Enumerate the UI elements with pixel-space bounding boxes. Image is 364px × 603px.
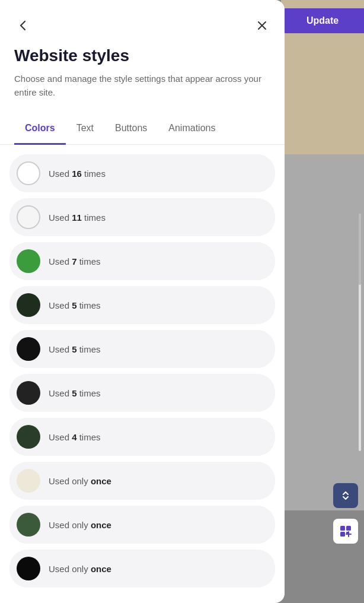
color-list-item[interactable]: Used 5 times: [9, 330, 275, 368]
close-icon: [256, 20, 268, 31]
color-swatch: [17, 513, 40, 537]
chevron-icon: [340, 490, 352, 502]
scrollbar-thumb: [359, 214, 361, 285]
svg-rect-2: [340, 532, 345, 537]
grid-plus-icon: [339, 525, 352, 538]
color-list-item[interactable]: Used only once: [9, 506, 275, 544]
color-list-item[interactable]: Used only once: [9, 550, 275, 588]
tab-buttons[interactable]: Buttons: [104, 113, 158, 145]
color-list-item[interactable]: Used 7 times: [9, 242, 275, 280]
color-swatch: [17, 337, 40, 361]
color-list-item[interactable]: Used 4 times: [9, 418, 275, 456]
panel-title: Website styles: [14, 46, 270, 65]
color-usage-label: Used 4 times: [49, 432, 101, 442]
panel-nav: [14, 17, 270, 34]
panel-description: Choose and manage the style settings tha…: [14, 72, 270, 99]
panel-header: Website styles Choose and manage the sty…: [0, 0, 285, 113]
color-swatch: [17, 293, 40, 317]
color-swatch: [17, 205, 40, 229]
back-arrow-icon: [17, 19, 30, 32]
svg-rect-0: [340, 526, 345, 531]
website-styles-panel: Website styles Choose and manage the sty…: [0, 0, 285, 603]
site-preview-mid: [281, 154, 364, 510]
color-list-item[interactable]: Used 16 times: [9, 154, 275, 192]
tab-colors[interactable]: Colors: [14, 113, 66, 145]
back-button[interactable]: [14, 17, 32, 34]
color-swatch: [17, 249, 40, 273]
color-list-item[interactable]: Used 5 times: [9, 286, 275, 324]
color-swatch: [17, 557, 40, 580]
color-usage-label: Used only once: [49, 564, 111, 574]
color-list-item[interactable]: Used only once: [9, 462, 275, 500]
color-swatch: [17, 161, 40, 185]
color-usage-label: Used 11 times: [49, 212, 106, 223]
color-list-item[interactable]: Used 5 times: [9, 374, 275, 412]
color-usage-label: Used 5 times: [49, 388, 101, 398]
svg-rect-1: [346, 526, 351, 531]
color-swatch: [17, 469, 40, 493]
color-usage-label: Used 5 times: [49, 300, 101, 310]
color-swatch: [17, 425, 40, 449]
color-list-item[interactable]: Used 11 times: [9, 198, 275, 236]
update-button[interactable]: Update: [281, 8, 364, 33]
scrollbar-track[interactable]: [359, 214, 361, 451]
color-usage-label: Used 7 times: [49, 256, 101, 266]
color-list: Used 16 timesUsed 11 timesUsed 7 timesUs…: [0, 145, 285, 603]
expand-icon[interactable]: [333, 483, 358, 508]
color-usage-label: Used only once: [49, 476, 111, 486]
update-button-label: Update: [306, 15, 339, 26]
color-usage-label: Used 5 times: [49, 344, 101, 354]
color-swatch: [17, 381, 40, 405]
tab-text[interactable]: Text: [66, 113, 104, 145]
close-button[interactable]: [254, 17, 270, 34]
add-widget-icon[interactable]: [333, 519, 358, 544]
tabs-bar: Colors Text Buttons Animations: [0, 113, 285, 145]
color-usage-label: Used 16 times: [49, 169, 106, 179]
tab-animations[interactable]: Animations: [158, 113, 226, 145]
color-usage-label: Used only once: [49, 520, 111, 530]
